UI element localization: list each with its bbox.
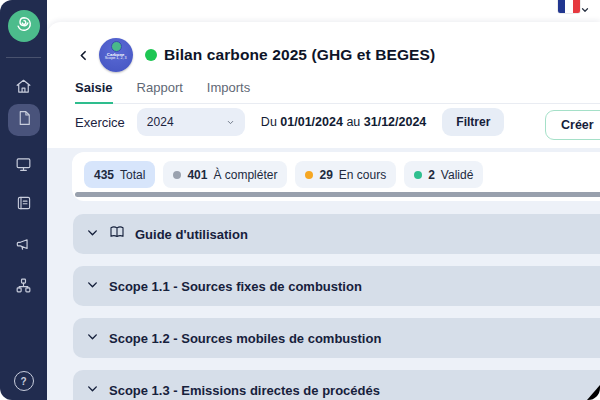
create-button[interactable]: Créer	[545, 110, 600, 140]
back-button[interactable]	[75, 45, 91, 65]
sidebar-item-monitor[interactable]	[0, 149, 47, 183]
tab-imports[interactable]: Imports	[207, 80, 250, 103]
date-end: 31/12/2024	[364, 115, 427, 129]
gray-dot-icon	[173, 171, 181, 179]
content-area: 435 Total 401 À compléter 29 En cours	[47, 148, 600, 400]
tab-bar: Saisie Rapport Imports	[75, 80, 600, 104]
horizontal-scrollbar[interactable]	[75, 192, 600, 197]
sidebar-item-reports[interactable]	[0, 188, 47, 222]
app-logo[interactable]	[8, 10, 40, 42]
app-window: ? Carbone Scope 1, 2, 3 Bilan carbone 20…	[0, 0, 600, 400]
language-chevron-down-icon[interactable]	[580, 1, 590, 19]
megaphone-icon	[14, 235, 33, 258]
monitor-icon	[14, 155, 33, 178]
exercice-select-value: 2024	[147, 115, 226, 129]
green-dot-icon	[414, 171, 422, 179]
page-title: Bilan carbone 2025 (GHG et BEGES)	[164, 46, 435, 64]
sidebar-item-help[interactable]: ?	[0, 364, 47, 398]
stat-badge-en-cours: 29 En cours	[295, 161, 396, 188]
stat-badge-valide: 2 Validé	[404, 161, 483, 188]
accordion-list: Guide d'utilisation Scope 1.1 - Sources …	[73, 214, 600, 400]
sidebar: ?	[0, 0, 47, 400]
sidebar-item-organization[interactable]	[0, 270, 47, 304]
document-icon	[15, 109, 33, 131]
accordion-title: Scope 1.2 - Sources mobiles de combustio…	[109, 331, 381, 346]
stat-badge-a-completer: 401 À compléter	[163, 161, 287, 188]
accordion-scope-1-3[interactable]: Scope 1.3 - Emissions directes de procéd…	[73, 370, 600, 400]
flag-red-stripe	[573, 0, 580, 13]
status-dot	[145, 49, 157, 61]
help-icon: ?	[14, 371, 34, 391]
page-header: Carbone Scope 1, 2, 3 Bilan carbone 2025…	[75, 38, 435, 72]
sidebar-divider	[6, 57, 41, 58]
language-selector-flag[interactable]	[558, 0, 580, 13]
accordion-title: Guide d'utilisation	[135, 227, 248, 242]
filter-bar: Exercice 2024 Du 01/01/2024 au 31/12/202…	[75, 108, 504, 136]
filter-button[interactable]: Filtrer	[442, 108, 504, 136]
accordion-scope-1-1[interactable]: Scope 1.1 - Sources fixes de combustion	[73, 266, 600, 306]
chevron-down-icon	[86, 277, 99, 295]
book-icon	[109, 224, 125, 244]
spiral-logo-icon	[14, 14, 34, 38]
stats-card: 435 Total 401 À compléter 29 En cours	[72, 152, 600, 201]
stats-row: 435 Total 401 À compléter 29 En cours	[84, 161, 483, 188]
avatar-label: Carbone Scope 1, 2, 3	[105, 52, 127, 60]
tab-rapport[interactable]: Rapport	[137, 80, 183, 103]
home-icon	[14, 77, 33, 100]
exercice-select[interactable]: 2024	[137, 108, 245, 136]
sidebar-item-home[interactable]	[0, 71, 47, 105]
chevron-down-icon	[86, 381, 99, 399]
date-range-label: Du 01/01/2024 au 31/12/2024	[261, 115, 426, 129]
chevron-down-icon	[86, 329, 99, 347]
orange-dot-icon	[305, 171, 313, 179]
accordion-title: Scope 1.1 - Sources fixes de combustion	[109, 279, 362, 294]
sidebar-item-documents[interactable]	[0, 103, 47, 137]
chevron-down-icon	[226, 113, 235, 131]
chevron-down-icon	[86, 225, 99, 243]
flag-white-stripe	[565, 0, 572, 13]
date-start: 01/01/2024	[280, 115, 343, 129]
accordion-title: Scope 1.3 - Emissions directes de procéd…	[109, 383, 380, 398]
sidebar-item-announcements[interactable]	[0, 229, 47, 263]
stat-badge-total: 435 Total	[84, 161, 155, 188]
report-list-icon	[15, 194, 33, 216]
accordion-scope-1-2[interactable]: Scope 1.2 - Sources mobiles de combustio…	[73, 318, 600, 358]
main-panel: Carbone Scope 1, 2, 3 Bilan carbone 2025…	[47, 22, 600, 400]
accordion-guide[interactable]: Guide d'utilisation	[73, 214, 600, 254]
sitemap-icon	[14, 276, 33, 299]
flag-blue-stripe	[558, 0, 565, 13]
exercice-label: Exercice	[75, 115, 125, 130]
tab-saisie[interactable]: Saisie	[75, 80, 113, 104]
project-avatar[interactable]: Carbone Scope 1, 2, 3	[99, 38, 133, 72]
avatar-logo-dot	[111, 41, 122, 52]
